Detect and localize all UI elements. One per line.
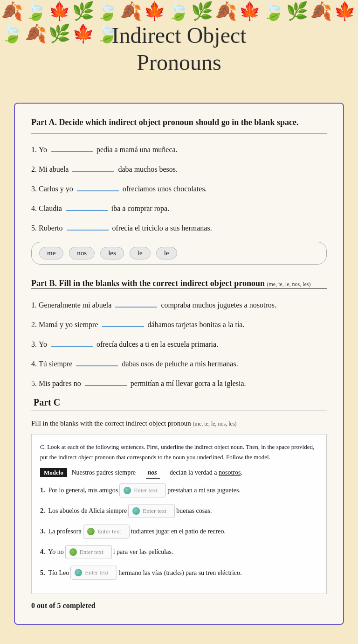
item-num: 2. — [40, 505, 45, 517]
table-row: 2. Mi abuela daba muchos besos. — [31, 161, 327, 174]
word-chip-les[interactable]: les — [100, 247, 124, 259]
part-b-sentences: 1. Generalmente mi abuela compraba mucho… — [31, 297, 327, 388]
list-item: 5. Tío Leo Enter text hermano las vías (… — [40, 566, 318, 580]
sentence-num: 3. — [31, 185, 37, 193]
table-row: 5. Mis padres no permitían a mí llevar g… — [31, 376, 327, 388]
header: 🍂🍃🍁 🌿🍃🍂 🍁🍃🌿 🍂🍁🍃 🌿🍂🍁 🍃🍂🌿 🍁🍃 Indirect Obje… — [0, 0, 358, 98]
blank-2[interactable] — [72, 161, 114, 172]
list-item: 3. La profesora Enter text tudiantes jug… — [40, 525, 318, 539]
item-num: 3. — [40, 526, 45, 537]
sentence-num: 2. — [31, 321, 37, 329]
enter-text-button-5[interactable]: Enter text — [70, 566, 117, 580]
blank-b3[interactable] — [51, 336, 93, 347]
part-c-items: 1. Por lo general, mis amigos Enter text… — [40, 483, 318, 580]
blank-1[interactable] — [51, 142, 93, 152]
item-post: prestaban a mí sus juguetes. — [167, 485, 241, 496]
sentence-post: ofrecía dulces a ti en la escuela primar… — [96, 340, 218, 349]
sentence-post: dabas osos de peluche a mis hermanas. — [122, 360, 238, 368]
sentence-pre: Generalmente mi abuela — [39, 301, 111, 309]
table-row: 3. Yo ofrecía dulces a ti en la escuela … — [31, 336, 327, 349]
item-num: 5. — [40, 567, 45, 579]
score-text: 0 out of 5 completed — [31, 602, 327, 610]
item-pre: Los abuelos de Alicia siempre — [48, 505, 127, 517]
item-pre: Por lo general, mis amigos — [48, 485, 118, 496]
sentence-post: ofrecía el triciclo a sus hermanas. — [112, 224, 212, 232]
part-c-divider — [31, 411, 327, 411]
blank-4[interactable] — [66, 201, 108, 211]
sentence-pre: Mis padres no — [39, 379, 81, 388]
enter-text-button-4[interactable]: Enter text — [65, 545, 112, 559]
sentence-post: ofrecíamos unos chocolates. — [123, 185, 207, 193]
blank-3[interactable] — [77, 181, 119, 191]
blank-b4[interactable] — [76, 356, 118, 366]
word-chip-le2[interactable]: le — [156, 247, 177, 259]
word-chip-le1[interactable]: le — [130, 247, 151, 259]
dot-icon-3 — [87, 528, 95, 535]
item-post: tudiantes jugar en el patio de recreo. — [131, 526, 226, 537]
word-chip-me[interactable]: me — [39, 247, 63, 259]
enter-text-button-1[interactable]: Enter text — [119, 483, 166, 497]
sentence-pre: Carlos y yo — [39, 185, 73, 193]
main-card: Part A. Decide which indirect object pro… — [14, 103, 344, 625]
sentence-num: 4. — [31, 204, 37, 213]
table-row: 4. Tú siempre dabas osos de peluche a mi… — [31, 356, 327, 368]
sentence-num: 2. — [31, 165, 37, 174]
nosotros-underlined: nosotros — [219, 469, 241, 476]
part-c-box: C. Look at each of the following sentenc… — [31, 434, 327, 594]
enter-text-button-2[interactable]: Enter text — [128, 504, 175, 518]
table-row: 2. Mamá y yo siempre dábamos tarjetas bo… — [31, 317, 327, 329]
sentence-post: compraba muchos juguetes a nosotros. — [161, 301, 276, 309]
part-c-subtitle: Fill in the blanks with the correct indi… — [31, 420, 327, 427]
sentence-post: iba a comprar ropa. — [111, 204, 169, 213]
item-pre: Tío Leo — [48, 567, 69, 579]
modelo-label: Modelo — [40, 468, 67, 477]
sentence-post: pedía a mamá una muñeca. — [96, 146, 178, 154]
table-row: 1. Yo pedía a mamá una muñeca. — [31, 142, 327, 154]
sentence-post: dábamos tarjetas bonitas a la tía. — [148, 321, 245, 329]
table-row: 4. Claudia iba a comprar ropa. — [31, 201, 327, 213]
sentence-post: permitían a mí llevar gorra a la iglesia… — [131, 379, 246, 388]
blank-5[interactable] — [67, 220, 109, 231]
list-item: 4. Yo no Enter text i para ver las pelíc… — [40, 545, 318, 559]
modelo-line: Modelo Nuestros padres siempre —nos— dec… — [40, 467, 318, 479]
modelo-blank: nos — [146, 467, 160, 479]
sentence-pre: Tú siempre — [39, 360, 72, 368]
part-a-heading: Part A. Decide which indirect object pro… — [31, 118, 327, 127]
list-item: 1. Por lo general, mis amigos Enter text… — [40, 483, 318, 497]
item-num: 1. — [40, 485, 45, 496]
dot-icon-2 — [132, 507, 140, 515]
sentence-num: 1. — [31, 146, 37, 154]
part-b: Part B. Fill in the blanks with the corr… — [31, 279, 327, 388]
enter-text-button-3[interactable]: Enter text — [83, 525, 130, 539]
part-c-title: Part C — [31, 397, 327, 408]
part-a-divider — [31, 133, 327, 133]
part-c: Part C Fill in the blanks with the corre… — [31, 397, 327, 610]
item-post: buenas cosas. — [176, 505, 212, 517]
sentence-post: daba muchos besos. — [118, 165, 178, 174]
blank-b2[interactable] — [102, 317, 144, 327]
sentence-pre: Yo — [39, 146, 47, 154]
sentence-num: 5. — [31, 379, 37, 388]
dot-icon-1 — [124, 487, 131, 494]
blank-b1[interactable] — [115, 297, 157, 308]
item-num: 4. — [40, 546, 45, 558]
sentence-pre: Yo — [39, 340, 47, 349]
word-bank: me nos les le le — [31, 242, 327, 265]
table-row: 1. Generalmente mi abuela compraba mucho… — [31, 297, 327, 309]
table-row: 3. Carlos y yo ofrecíamos unos chocolate… — [31, 181, 327, 193]
sentence-pre: Mamá y yo siempre — [39, 321, 98, 329]
item-post: i para ver las películas. — [113, 546, 173, 558]
sentence-pre: Mi abuela — [39, 165, 69, 174]
sentence-num: 1. — [31, 301, 37, 309]
page-title: Indirect Object Pronouns — [102, 17, 255, 80]
part-b-divider — [31, 288, 327, 289]
sentence-pre: Roberto — [39, 224, 63, 232]
item-pre: La profesora — [48, 526, 82, 537]
part-a-sentences: 1. Yo pedía a mamá una muñeca. 2. Mi abu… — [31, 142, 327, 232]
dot-icon-4 — [69, 548, 77, 556]
dot-icon-5 — [75, 569, 82, 576]
sentence-num: 3. — [31, 340, 37, 349]
blank-b5[interactable] — [85, 376, 127, 386]
item-pre: Yo no — [48, 546, 64, 558]
word-chip-nos[interactable]: nos — [69, 247, 95, 259]
